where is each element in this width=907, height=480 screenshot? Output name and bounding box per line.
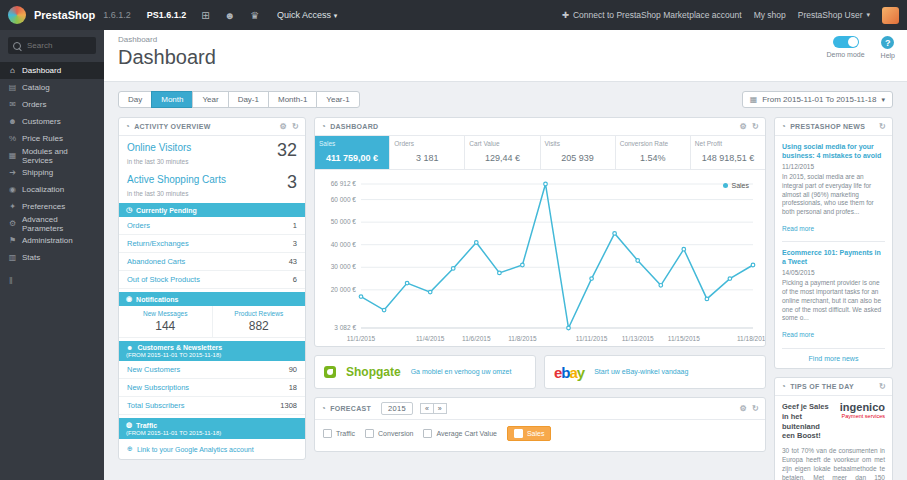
sidebar-item-preferences[interactable]: ✦ Preferences: [0, 198, 104, 215]
sidebar-item-catalog[interactable]: ▤ Catalog: [0, 79, 104, 96]
customers-newsletters-header: ☻ Customers & Newsletters (FROM 2015-11-…: [119, 341, 305, 361]
sidebar-item-label: Shipping: [22, 168, 53, 177]
forecast-year-select[interactable]: 2015: [381, 402, 413, 415]
period-month-button[interactable]: Month: [151, 91, 193, 108]
ebay-link[interactable]: Start uw eBay-winkel vandaag: [594, 368, 688, 376]
read-more-link[interactable]: Read more: [782, 225, 814, 232]
forecast-next-button[interactable]: »: [433, 403, 447, 414]
new-subscriptions-link[interactable]: New Subscriptions: [127, 383, 189, 392]
read-more-link[interactable]: Read more: [782, 331, 814, 338]
sidebar-item-stats[interactable]: ▥ Stats: [0, 249, 104, 266]
kpi-cart-value[interactable]: Cart Value 129,44 €: [465, 136, 540, 169]
sidebar-item-modules[interactable]: ▦ Modules and Services: [0, 147, 104, 164]
panel-tools: ↻: [879, 122, 886, 131]
search-input[interactable]: [25, 40, 97, 51]
forecast-cart-value-checkbox[interactable]: Average Cart Value: [423, 429, 496, 438]
tips-body: Geef je Sales in het buitenland een Boos…: [775, 396, 892, 480]
news-article-excerpt: Picking a payment provider is one of the…: [782, 279, 885, 323]
find-more-news-link[interactable]: Find more news: [782, 348, 885, 368]
person-icon[interactable]: ☻: [225, 10, 236, 21]
forecast-prev-button[interactable]: «: [420, 403, 434, 414]
cart-icon[interactable]: ⊞: [201, 10, 209, 21]
customers-icon: ☻: [8, 117, 17, 126]
svg-text:11/4/2015: 11/4/2015: [416, 335, 445, 342]
marketplace-connect-label: Connect to PrestaShop Marketplace accoun…: [573, 10, 742, 20]
panel-tools: ⚙ ↻: [740, 122, 760, 131]
sidebar-item-price-rules[interactable]: % Price Rules: [0, 130, 104, 147]
refresh-icon[interactable]: ↻: [879, 382, 886, 391]
sidebar: ⌂ Dashboard ▤ Catalog ✉ Orders ☻ Custome…: [0, 30, 104, 480]
sidebar-item-localization[interactable]: ◉ Localization: [0, 181, 104, 198]
brand-name: PrestaShop: [34, 9, 95, 21]
sidebar-collapse-handle[interactable]: ‖: [0, 266, 104, 296]
gear-icon[interactable]: ⚙: [740, 122, 747, 131]
period-day-1-button[interactable]: Day-1: [228, 91, 269, 108]
kpi-visits[interactable]: Visits 205 939: [541, 136, 616, 169]
sidebar-item-customers[interactable]: ☻ Customers: [0, 113, 104, 130]
my-shop-link[interactable]: My shop: [754, 10, 786, 20]
shopgate-link[interactable]: Ga mobiel en verhoog uw omzet: [411, 368, 512, 376]
sidebar-item-advanced-parameters[interactable]: ⚙ Advanced Parameters: [0, 215, 104, 232]
forecast-traffic-checkbox[interactable]: Traffic: [323, 429, 355, 438]
shop-name[interactable]: PS1.6.1.2: [147, 10, 187, 20]
user-menu[interactable]: PrestaShop User ▾: [798, 10, 870, 20]
svg-text:11/18/2015: 11/18/2015: [737, 335, 765, 342]
kpi-strip: Sales 411 759,00 € Orders 3 181 Cart Val…: [315, 136, 765, 170]
notifications-table: New Messages 144 Product Reviews 882: [119, 306, 305, 338]
google-analytics-link[interactable]: ⊕ Link to your Google Analytics account: [119, 439, 305, 459]
sidebar-item-dashboard[interactable]: ⌂ Dashboard: [0, 62, 104, 79]
sidebar-item-administration[interactable]: ⚑ Administration: [0, 232, 104, 249]
gear-icon[interactable]: ⚙: [740, 404, 747, 413]
sidebar-item-orders[interactable]: ✉ Orders: [0, 96, 104, 113]
online-visitors-link[interactable]: Online Visitors: [127, 142, 191, 153]
news-article-headline[interactable]: Using social media for your business: 4 …: [782, 142, 885, 160]
active-carts-link[interactable]: Active Shopping Carts: [127, 174, 226, 185]
period-year-1-button[interactable]: Year-1: [316, 91, 359, 108]
new-messages-cell[interactable]: New Messages 144: [119, 306, 213, 337]
help-icon[interactable]: ?: [881, 36, 894, 49]
sidebar-search: [8, 37, 96, 54]
avatar[interactable]: [882, 7, 899, 24]
pending-orders-link[interactable]: Orders: [127, 221, 150, 230]
news-article-headline[interactable]: Ecommerce 101: Payments in a Tweet: [782, 248, 885, 266]
demo-mode-toggle[interactable]: [833, 36, 859, 48]
ebay-letter: a: [570, 364, 577, 381]
kpi-value: 3 181: [394, 153, 460, 163]
period-month-1-button[interactable]: Month-1: [268, 91, 317, 108]
date-range-picker[interactable]: ▦ From 2015-11-01 To 2015-11-18 ▾: [742, 91, 893, 108]
kpi-sales[interactable]: Sales 411 759,00 €: [315, 136, 390, 169]
kpi-conversion-rate[interactable]: Conversion Rate 1.54%: [616, 136, 691, 169]
new-customers-link[interactable]: New Customers: [127, 365, 180, 374]
breadcrumb[interactable]: Dashboard: [118, 35, 893, 44]
marketplace-connect-link[interactable]: ✚ Connect to PrestaShop Marketplace acco…: [562, 10, 742, 20]
new-customers-row: New Customers 90: [119, 361, 305, 379]
total-subscribers-link[interactable]: Total Subscribers: [127, 401, 185, 410]
forecast-sales-checkbox[interactable]: Sales: [507, 426, 552, 441]
kpi-orders[interactable]: Orders 3 181: [390, 136, 465, 169]
product-reviews-cell[interactable]: Product Reviews 882: [213, 306, 306, 337]
forecast-conversion-checkbox[interactable]: Conversion: [365, 429, 413, 438]
pending-returns-link[interactable]: Return/Exchanges: [127, 239, 189, 248]
refresh-icon[interactable]: ↻: [879, 122, 886, 131]
quick-access-menu[interactable]: Quick Access ▾: [277, 10, 337, 20]
out-of-stock-link[interactable]: Out of Stock Products: [127, 275, 200, 284]
refresh-icon[interactable]: ↻: [752, 404, 759, 413]
ingenico-subtitle: Payment services: [840, 413, 885, 419]
topbar: PrestaShop 1.6.1.2 PS1.6.1.2 ⊞ ☻ ♛ Quick…: [0, 0, 907, 30]
prestashop-logo-icon[interactable]: [8, 6, 26, 24]
sidebar-item-shipping[interactable]: ➔ Shipping: [0, 164, 104, 181]
period-year-button[interactable]: Year: [192, 91, 228, 108]
refresh-icon[interactable]: ↻: [752, 122, 759, 131]
refresh-icon[interactable]: ↻: [292, 122, 299, 131]
stats-icon: ▥: [8, 253, 17, 262]
legend-label: Sales: [731, 182, 749, 189]
abandoned-carts-link[interactable]: Abandoned Carts: [127, 257, 185, 266]
filter-row: Day Month Year Day-1 Month-1 Year-1 ▦ Fr…: [118, 91, 893, 108]
help-control: ? Help: [881, 36, 895, 59]
dashboard-panel-header: ◔ DASHBOARD ⚙ ↻: [315, 118, 765, 136]
kpi-net-profit[interactable]: Net Profit 148 918,51 €: [691, 136, 765, 169]
trophy-icon[interactable]: ♛: [250, 10, 259, 21]
period-day-button[interactable]: Day: [118, 91, 152, 108]
forecast-panel-header: ◔ FORECAST 2015 « » ⚙ ↻: [315, 398, 765, 420]
gear-icon[interactable]: ⚙: [280, 122, 287, 131]
